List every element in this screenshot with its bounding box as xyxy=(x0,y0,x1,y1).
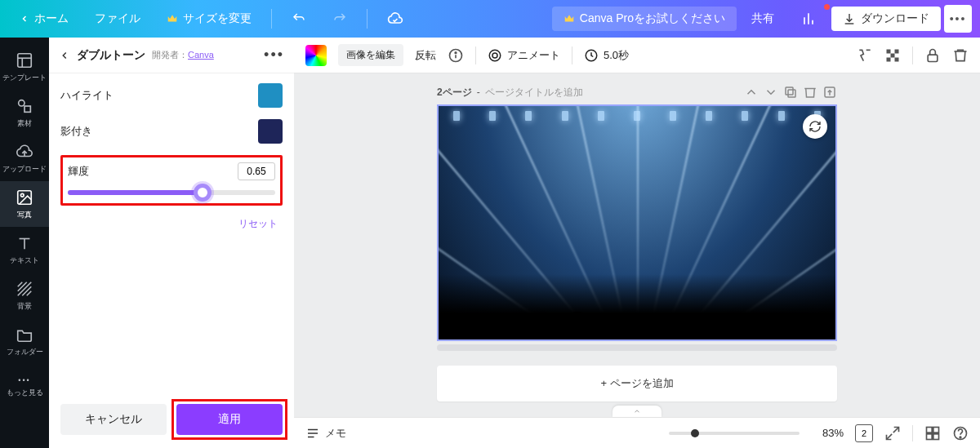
reset-link[interactable]: リセット xyxy=(60,217,283,231)
photo-icon xyxy=(16,189,33,206)
page-title-input[interactable]: ページタイトルを追加 xyxy=(485,86,583,100)
canvas-area: 画像を編集 反転 アニメート 5.0秒 2ページ - xyxy=(294,38,980,448)
svg-point-11 xyxy=(20,193,24,197)
cloud-check-icon xyxy=(387,11,403,27)
cancel-button[interactable]: キャンセル xyxy=(60,404,167,435)
shadow-swatch[interactable] xyxy=(258,119,283,144)
slider-thumb[interactable] xyxy=(194,184,212,202)
sidebar-item-photos[interactable]: 写真 xyxy=(0,181,49,227)
resize-button[interactable]: サイズを変更 xyxy=(155,7,263,31)
apply-button[interactable]: 適用 xyxy=(176,404,283,435)
background-icon xyxy=(16,280,33,298)
chevron-down-icon[interactable] xyxy=(764,85,778,100)
separator xyxy=(367,9,368,29)
svg-point-23 xyxy=(492,53,497,58)
svg-point-22 xyxy=(489,50,501,61)
clock-icon xyxy=(584,48,599,63)
developer-link[interactable]: Canva xyxy=(188,50,214,60)
color-picker-button[interactable] xyxy=(305,45,327,66)
sidebar-item-more[interactable]: ••• もっと見る xyxy=(0,364,49,410)
shadow-color-row[interactable]: 影付き xyxy=(60,119,283,144)
canvas-page[interactable] xyxy=(437,104,837,341)
svg-rect-43 xyxy=(933,433,939,439)
page-label: 2ページ xyxy=(437,86,472,100)
highlight-color-row[interactable]: ハイライト xyxy=(60,83,283,108)
sidebar-item-uploads[interactable]: アップロード xyxy=(0,135,49,181)
file-button[interactable]: ファイル xyxy=(83,7,152,31)
animate-button[interactable]: アニメート xyxy=(488,48,560,63)
redo-icon xyxy=(332,11,347,26)
share-button[interactable]: 共有 xyxy=(740,7,786,31)
add-page-button[interactable]: + ページを追加 xyxy=(437,366,837,401)
brightness-slider-group: 輝度 0.65 xyxy=(60,155,283,206)
undo-button[interactable] xyxy=(280,7,318,31)
zoom-thumb[interactable] xyxy=(691,429,699,437)
highlight-swatch[interactable] xyxy=(258,83,283,108)
trash-icon[interactable] xyxy=(952,47,969,64)
svg-rect-30 xyxy=(928,55,938,61)
lock-icon[interactable] xyxy=(924,47,941,64)
svg-rect-41 xyxy=(933,427,939,432)
chevron-up-icon[interactable] xyxy=(744,85,759,100)
sidebar-item-text[interactable]: テキスト xyxy=(0,227,49,273)
more-icon: ••• xyxy=(18,376,30,384)
duration-button[interactable]: 5.0秒 xyxy=(584,48,629,63)
chevron-left-icon[interactable] xyxy=(59,50,70,61)
animate-icon xyxy=(488,48,502,63)
zoom-slider[interactable] xyxy=(669,432,800,435)
more-menu-button[interactable]: ••• xyxy=(944,5,972,33)
fullscreen-icon[interactable] xyxy=(884,425,901,441)
svg-rect-26 xyxy=(895,49,899,53)
svg-point-7 xyxy=(19,100,24,105)
home-button[interactable]: ホーム xyxy=(8,7,80,31)
sidebar-item-background[interactable]: 背景 xyxy=(0,273,49,318)
export-icon[interactable] xyxy=(822,85,837,100)
grid-view-icon[interactable] xyxy=(924,425,941,441)
left-sidebar: テンプレート 素材 アップロード 写真 テキスト 背景 フォルダー ••• もっ xyxy=(0,38,49,448)
brightness-label: 輝度 xyxy=(68,164,89,179)
edit-image-button[interactable]: 画像を編集 xyxy=(338,44,403,66)
refresh-button[interactable] xyxy=(803,114,827,139)
chevron-left-icon xyxy=(20,14,29,24)
horizontal-scrollbar[interactable] xyxy=(437,344,837,351)
svg-rect-8 xyxy=(24,106,30,112)
notes-icon xyxy=(305,426,320,441)
svg-rect-31 xyxy=(788,90,795,97)
help-icon[interactable] xyxy=(952,425,969,441)
try-pro-button[interactable]: Canva Proをお試しください xyxy=(552,7,737,31)
trash-icon[interactable] xyxy=(803,85,817,100)
sidebar-item-elements[interactable]: 素材 xyxy=(0,90,49,135)
insights-button[interactable] xyxy=(789,6,828,32)
svg-point-45 xyxy=(960,437,961,438)
info-icon[interactable] xyxy=(448,47,464,64)
collapse-tab[interactable] xyxy=(612,406,662,417)
zoom-percentage[interactable]: 83% xyxy=(811,427,844,439)
redo-button[interactable] xyxy=(321,7,359,31)
svg-rect-42 xyxy=(927,433,933,439)
transparency-icon[interactable] xyxy=(884,47,901,64)
elements-icon xyxy=(16,97,33,115)
panel-header: ダブルトーン 開発者：Canva ••• xyxy=(49,38,294,73)
panel-more-button[interactable]: ••• xyxy=(264,47,284,64)
page-indicator[interactable]: 2 xyxy=(855,424,873,442)
sidebar-item-folders[interactable]: フォルダー xyxy=(0,318,49,364)
svg-rect-29 xyxy=(895,57,899,61)
effects-icon[interactable] xyxy=(857,47,873,64)
download-button[interactable]: ダウンロード xyxy=(831,7,941,31)
notes-button[interactable]: メモ xyxy=(305,426,346,441)
refresh-icon xyxy=(808,120,822,133)
svg-rect-40 xyxy=(927,427,933,432)
brightness-value-input[interactable]: 0.65 xyxy=(238,162,275,180)
cloud-status[interactable] xyxy=(376,6,415,32)
flip-button[interactable]: 反転 xyxy=(415,48,436,63)
duplicate-icon[interactable] xyxy=(783,85,798,100)
sidebar-item-templates[interactable]: テンプレート xyxy=(0,44,49,90)
svg-line-38 xyxy=(893,427,899,432)
page-header: 2ページ - ページタイトルを追加 xyxy=(437,85,837,100)
svg-rect-28 xyxy=(887,57,891,61)
context-toolbar: 画像を編集 反転 アニメート 5.0秒 xyxy=(294,38,980,73)
svg-rect-32 xyxy=(786,87,793,95)
top-bar: ホーム ファイル サイズを変更 Canva Proをお試しください 共有 ダウン… xyxy=(0,0,980,38)
brightness-slider[interactable] xyxy=(68,190,275,195)
svg-line-18 xyxy=(27,291,32,295)
